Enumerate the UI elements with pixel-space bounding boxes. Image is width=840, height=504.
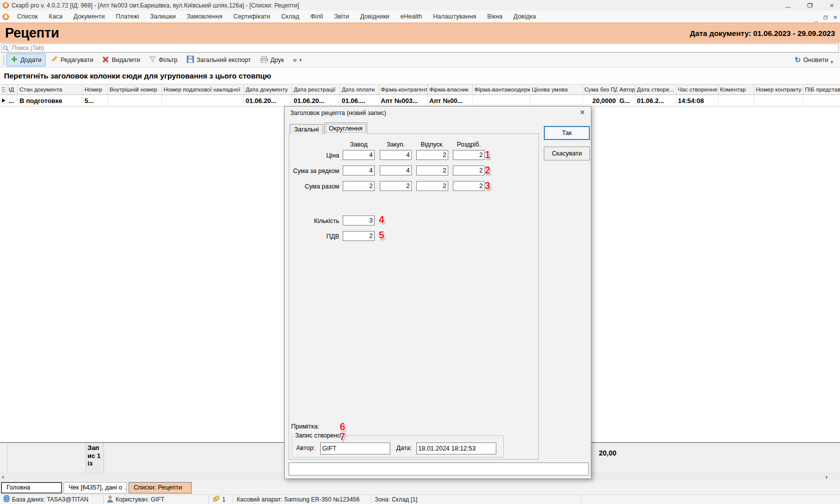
vat-input[interactable] (343, 231, 375, 241)
linesum-rozdrib-input[interactable] (453, 166, 485, 176)
mdi-minimize-icon[interactable] (814, 13, 818, 22)
menu-dovidnyky[interactable]: Довідники (355, 13, 395, 20)
restore-icon[interactable] (807, 3, 812, 8)
ok-button[interactable]: Так (544, 126, 590, 140)
column-number[interactable]: Номер (83, 84, 108, 94)
delete-button[interactable]: Видалити (98, 54, 144, 66)
totalsum-zavod-input[interactable] (343, 181, 375, 191)
cell-price-condition[interactable] (530, 95, 583, 106)
refresh-button[interactable]: ↻ Оновити ▾ (790, 54, 837, 66)
cell-sum-no-vat[interactable]: 20,0000 (583, 95, 618, 106)
cell-pay-date[interactable]: 01.06.... (340, 95, 379, 106)
cell-doc-date[interactable]: 01.06.20... (244, 95, 292, 106)
column-contract-number[interactable]: Номер контракту (754, 84, 803, 94)
price-rozdrib-input[interactable] (453, 150, 485, 160)
menu-zamovlennia[interactable]: Замовлення (181, 13, 228, 20)
linesum-zakup-input[interactable] (380, 166, 412, 176)
print-button[interactable]: Друк (256, 54, 288, 66)
column-sum-no-vat[interactable]: Сума без ПДВ): (583, 84, 618, 94)
mdi-restore-icon[interactable] (823, 16, 827, 20)
export-button[interactable]: Загальний експорт (183, 54, 255, 66)
column-contractor-firm[interactable]: Фірма-контрагент (379, 84, 428, 94)
mdi-close-icon[interactable]: × (833, 14, 837, 20)
menu-filii[interactable]: Філії (305, 13, 329, 20)
search-row (0, 43, 840, 52)
cell-author[interactable]: G... (618, 95, 635, 106)
column-internal-number[interactable]: Внутрішній номер (108, 84, 162, 94)
column-pay-date[interactable]: Дата оплати (340, 84, 379, 94)
column-chooser-cell[interactable] (0, 84, 7, 94)
cell-doc-state[interactable]: В подготовке (18, 95, 83, 106)
table-row[interactable]: ... В подготовке 5... 01.06.20... 01.06.… (0, 95, 840, 106)
scroll-left-icon[interactable]: ‹ (2, 474, 4, 480)
totalsum-vidpusk-input[interactable] (416, 181, 448, 191)
column-doc-date[interactable]: Дата документу (244, 84, 292, 94)
edit-button[interactable]: Редагувати (47, 54, 97, 66)
menu-zvity[interactable]: Звіти (329, 13, 355, 20)
cell-created-date[interactable]: 01.06.2... (635, 95, 676, 106)
menu-ehealth[interactable]: eHealth (395, 13, 427, 20)
column-doc-state[interactable]: Стан документа (18, 84, 83, 94)
price-vidpusk-input[interactable] (416, 150, 448, 160)
column-consignee-firm[interactable]: Фірма-вантажоодерж... (473, 84, 530, 94)
cancel-button[interactable]: Скасувати (544, 146, 590, 160)
cell-representative[interactable] (803, 95, 840, 106)
search-input[interactable] (11, 44, 838, 52)
cell-owner-firm[interactable]: Апт №00... (428, 95, 473, 106)
column-id[interactable]: ІД (7, 84, 18, 94)
toolbar-grip-icon[interactable] (3, 55, 5, 65)
cell-contractor-firm[interactable]: Апт №003... (379, 95, 428, 106)
cell-consignee-firm[interactable] (473, 95, 530, 106)
column-comment[interactable]: Коментар (718, 84, 754, 94)
filter-button[interactable]: Фільтр (145, 54, 182, 66)
created-date-input[interactable] (416, 442, 496, 454)
menu-sertyfikaty[interactable]: Сертифікати (228, 13, 276, 20)
scroll-right-icon[interactable]: › (825, 474, 827, 480)
add-button[interactable]: Додати (7, 54, 46, 66)
menu-sklad[interactable]: Склад (276, 13, 305, 20)
totalsum-rozdrib-input[interactable] (453, 181, 485, 191)
tab-zahalni[interactable]: Загальні (290, 124, 323, 134)
dialog-close-icon[interactable]: × (578, 108, 587, 117)
author-input[interactable] (320, 442, 390, 454)
price-zavod-input[interactable] (343, 150, 375, 160)
menu-vikna[interactable]: Вікна (482, 13, 508, 20)
cell-contract-number[interactable] (754, 95, 803, 106)
price-zakup-input[interactable] (380, 150, 412, 160)
tab-spysky-retsepty[interactable]: Списки: Рецепти (129, 482, 192, 494)
menu-dovidka[interactable]: Довідка (508, 13, 541, 20)
menu-kasa[interactable]: Каса (44, 13, 68, 20)
cell-tax-invoice-number[interactable] (162, 95, 244, 106)
column-created-time[interactable]: Час створення (676, 84, 718, 94)
cell-id[interactable]: ... (7, 95, 18, 106)
note-input[interactable] (289, 462, 589, 476)
close-icon[interactable]: × (829, 2, 834, 9)
cell-internal-number[interactable] (108, 95, 162, 106)
column-created-date[interactable]: Дата створе... (635, 84, 676, 94)
tab-okruhlennia[interactable]: Округлення (324, 122, 367, 134)
menu-nalashtuvannia[interactable]: Налаштування (427, 13, 481, 20)
menu-platezhi[interactable]: Платежі (110, 13, 145, 20)
column-representative[interactable]: ПІБ представ... (803, 84, 840, 94)
cell-reg-date[interactable]: 01.06.20... (292, 95, 340, 106)
column-tax-invoice-number[interactable]: Номер податкової накладної (162, 84, 244, 94)
group-by-panel[interactable]: Перетягніть заголовок колонки сюди для у… (0, 68, 840, 84)
linesum-zavod-input[interactable] (343, 166, 375, 176)
column-chooser-button[interactable]: ≡ ▾ (289, 54, 306, 66)
quantity-input[interactable] (343, 216, 375, 226)
cell-created-time[interactable]: 14:54:08 (676, 95, 718, 106)
menu-spysok[interactable]: Список (12, 13, 44, 20)
tab-holovna[interactable]: Головна (1, 482, 62, 494)
column-price-condition[interactable]: Цінова умова (530, 84, 583, 94)
menu-dokumenty[interactable]: Документи (68, 13, 110, 20)
tab-chek[interactable]: Чек [64357], дані о ... (64, 482, 127, 494)
cell-number[interactable]: 5... (83, 95, 108, 106)
column-reg-date[interactable]: Дата реєстрації (292, 84, 340, 94)
menu-zalyshky[interactable]: Залишки (145, 13, 181, 20)
column-author[interactable]: Автор (618, 84, 635, 94)
minimize-icon[interactable] (785, 2, 790, 9)
totalsum-zakup-input[interactable] (380, 181, 412, 191)
column-owner-firm[interactable]: Фірма-власник (428, 84, 473, 94)
cell-comment[interactable] (718, 95, 754, 106)
linesum-vidpusk-input[interactable] (416, 166, 448, 176)
